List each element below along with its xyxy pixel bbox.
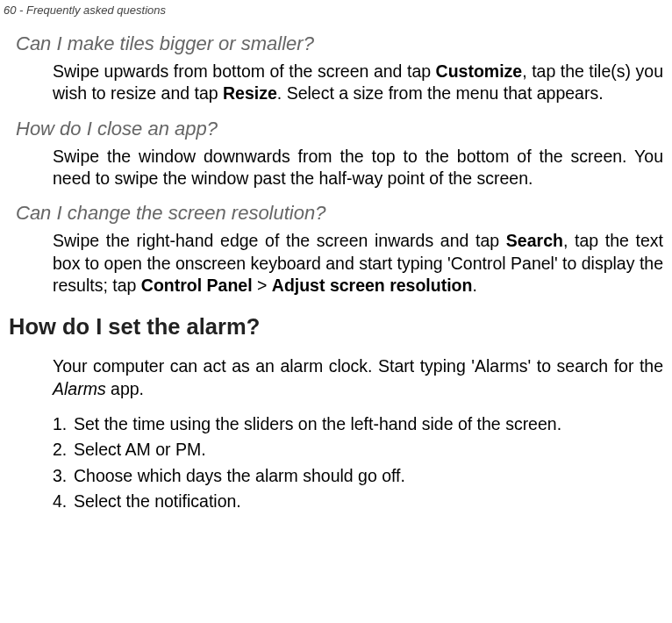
- text: Your computer can act as an alarm clock.…: [53, 356, 663, 376]
- alarm-steps: Set the time using the sliders on the le…: [53, 412, 663, 512]
- page: 60 - Frequently asked questions Can I ma…: [0, 0, 672, 533]
- bold-adjust-resolution: Adjust screen resolution: [272, 276, 473, 295]
- italic-alarms-app: Alarms: [53, 379, 106, 398]
- bold-customize: Customize: [436, 61, 523, 81]
- text: . Select a size from the menu that appea…: [277, 83, 604, 103]
- question-tiles-resize: Can I make tiles bigger or smaller?: [16, 32, 663, 55]
- step-3: Choose which days the alarm should go of…: [53, 464, 663, 487]
- text: >: [253, 276, 272, 295]
- page-header: 60 - Frequently asked questions: [4, 4, 663, 17]
- question-screen-resolution: Can I change the screen resolution?: [16, 202, 663, 225]
- alarm-intro: Your computer can act as an alarm clock.…: [53, 355, 663, 400]
- answer-close-app: Swipe the window downwards from the top …: [53, 146, 663, 190]
- bold-search: Search: [506, 231, 563, 250]
- text: Swipe upwards from bottom of the screen …: [53, 61, 436, 81]
- answer-tiles-resize: Swipe upwards from bottom of the screen …: [53, 61, 663, 105]
- step-4: Select the notification.: [53, 490, 663, 512]
- heading-set-alarm: How do I set the alarm?: [9, 314, 663, 340]
- text: Swipe the right-hand edge of the screen …: [53, 231, 506, 250]
- step-2: Select AM or PM.: [53, 438, 663, 461]
- text: .: [472, 276, 476, 295]
- bold-control-panel: Control Panel: [141, 276, 253, 295]
- step-1: Set the time using the sliders on the le…: [53, 412, 663, 435]
- text: app.: [106, 379, 144, 398]
- question-close-app: How do I close an app?: [16, 118, 663, 140]
- answer-screen-resolution: Swipe the right-hand edge of the screen …: [53, 230, 663, 297]
- bold-resize: Resize: [223, 83, 277, 103]
